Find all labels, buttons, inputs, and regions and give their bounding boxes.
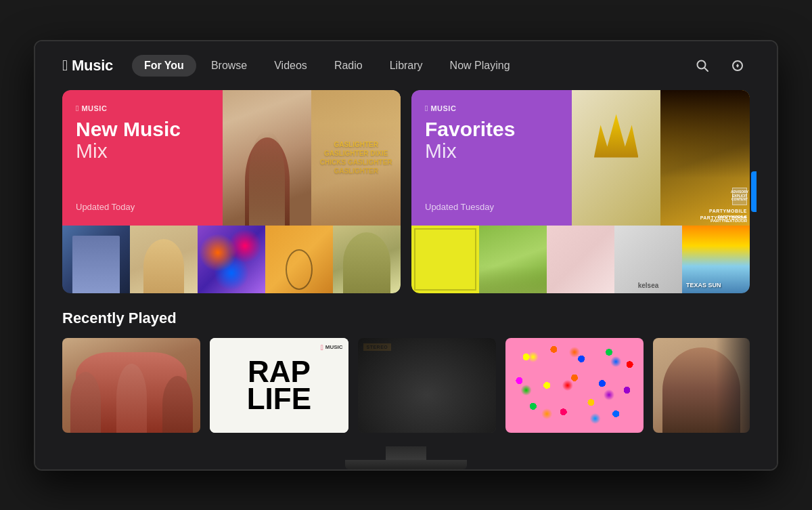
scroll-indicator: [751, 171, 757, 212]
recently-played-section: Recently Played: [55, 310, 757, 433]
thumb-architecture: [62, 226, 130, 293]
stand-neck: [386, 446, 426, 460]
settings-button[interactable]: [725, 54, 750, 78]
nav-radio[interactable]: Radio: [322, 55, 375, 77]
main-content:  MUSIC New Music Mix Updated Today: [35, 90, 777, 446]
svg-marker-3: [736, 64, 739, 68]
svg-line-1: [704, 68, 708, 71]
app-logo:  Music: [62, 57, 113, 75]
recent-item-rap-life[interactable]: RAPLIFE  MUSIC: [210, 338, 348, 433]
favorites-badge-label: MUSIC: [430, 104, 456, 112]
flower-dots: [505, 338, 644, 433]
app-name: Music: [72, 57, 113, 75]
nav-items: For You Browse Videos Radio Library Now …: [132, 55, 685, 77]
texas-sun-label: TEXAS SUN: [686, 282, 721, 289]
partymobile-thumb: PARTYMOBILEPARTYNEXTDOOR ADVISORYEXPLICI…: [660, 90, 750, 226]
apple-icon: : [62, 57, 68, 75]
navigation-bar:  Music For You Browse Videos Radio Libr…: [35, 41, 777, 90]
apple-music-badge:  MUSIC: [76, 104, 209, 113]
yellow-album: [411, 226, 479, 293]
recent-item-flowers[interactable]: [505, 338, 644, 433]
nav-browse[interactable]: Browse: [199, 55, 259, 77]
thumb-portrait-yellow: [333, 226, 401, 293]
thumb-blonde: [130, 226, 198, 293]
pink-smiley: [547, 226, 614, 293]
tv-wrapper:  Music For You Browse Videos Radio Libr…: [34, 40, 778, 471]
texas-sun-album: TEXAS SUN: [682, 226, 750, 293]
settings-icon: [731, 59, 744, 72]
nav-for-you[interactable]: For You: [132, 55, 196, 77]
recent-item-portrait[interactable]: [653, 338, 750, 433]
bottom-thumbs-row: [62, 226, 401, 293]
favorites-updated: Updated Tuesday: [425, 202, 558, 212]
mix-main-title: New Music: [76, 119, 209, 140]
rap-life-text: RAPLIFE: [247, 358, 311, 412]
thumb-cycling: [265, 226, 333, 293]
nav-library[interactable]: Library: [378, 55, 435, 77]
mix-sub-title: Mix: [76, 140, 209, 163]
portrait-thumb: [223, 90, 312, 226]
field-photo: [479, 226, 547, 293]
partymobile-title: PARTYMOBILEPARTYNEXTDOOR: [700, 208, 747, 221]
recently-played-row: RAPLIFE  MUSIC STEREO: [55, 338, 757, 433]
favorites-title-group: Favorites Mix: [425, 119, 558, 163]
crown-art-thumb: [572, 90, 661, 226]
tv-screen:  Music For You Browse Videos Radio Libr…: [34, 40, 778, 471]
new-music-mix-card[interactable]:  MUSIC New Music Mix Updated Today: [62, 90, 401, 293]
mix-updated-text: Updated Today: [76, 202, 209, 212]
kelsea-album: kelsea: [614, 226, 682, 293]
favorites-main-title: Favorites: [425, 119, 558, 140]
right-bottom-thumbs: kelsea TEXAS SUN: [411, 226, 750, 293]
tv-stand: [35, 446, 777, 469]
stand-base: [345, 460, 467, 469]
search-button[interactable]: [690, 54, 715, 78]
nav-videos[interactable]: Videos: [262, 55, 319, 77]
favorites-mix-tile[interactable]:  MUSIC Favorites Mix Updated Tuesday: [411, 90, 572, 226]
gaslighter-thumb: GASLIGHTER GASLIGHTER DIXIE CHICKS GASLI…: [311, 90, 401, 226]
kelsea-label: kelsea: [638, 282, 659, 289]
apple-badge-icon: : [76, 104, 78, 113]
recent-item-1[interactable]: [62, 338, 200, 433]
thumb-colorful: [198, 226, 265, 293]
featured-cards-row:  MUSIC New Music Mix Updated Today: [55, 90, 757, 293]
favorites-mix-card[interactable]:  MUSIC Favorites Mix Updated Tuesday: [411, 90, 750, 293]
recent-item-stereo[interactable]: STEREO: [358, 338, 496, 433]
nav-now-playing[interactable]: Now Playing: [438, 55, 522, 77]
badge-label: MUSIC: [81, 104, 107, 112]
favorites-apple-badge:  MUSIC: [425, 104, 558, 113]
apple-music-small-badge:  MUSIC: [321, 343, 343, 352]
mix-title-text: New Music Mix: [76, 119, 209, 163]
favorites-sub-title: Mix: [425, 140, 558, 163]
search-icon: [696, 59, 709, 72]
nav-icons: [690, 54, 750, 78]
favorites-apple-icon: : [425, 104, 428, 113]
new-music-mix-tile[interactable]:  MUSIC New Music Mix Updated Today: [62, 90, 223, 226]
recently-played-title: Recently Played: [55, 310, 757, 327]
